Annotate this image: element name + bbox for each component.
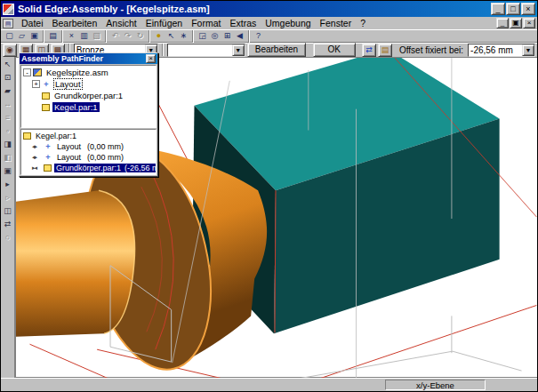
window-title: Solid Edge:Assembly - [Kegelspitze.asm] (18, 4, 490, 14)
part-icon (23, 132, 31, 140)
close-button[interactable]: × (521, 3, 535, 15)
fit-button[interactable]: ⊞ (221, 30, 233, 42)
collapse-icon[interactable]: - (23, 68, 31, 76)
assembly-icon (33, 68, 42, 76)
pathfinder-panel[interactable]: Assembly PathFinder × - Kegelspitze.asm … (19, 52, 158, 177)
align-relation-icon: ◂▸ (32, 143, 44, 150)
check-interference-button[interactable]: ▣ (1, 165, 14, 178)
tree-item-layout[interactable]: + + Layout (32, 78, 156, 90)
pattern-part-button[interactable]: ≡ (1, 112, 14, 124)
menu-bar: ▤ Datei Bearbeiten Ansicht Einfügen Form… (1, 17, 537, 29)
menu-umgebung[interactable]: Umgebung (261, 17, 315, 29)
child-restore-button[interactable]: ▣ (510, 18, 522, 28)
part-icon (44, 164, 52, 172)
tree-item-grundkoerper[interactable]: Grundkörper.par:1 (32, 90, 156, 101)
ok-button[interactable]: OK (313, 43, 356, 57)
zoom-button[interactable]: ◎ (209, 30, 221, 42)
layout-icon: + (42, 80, 51, 89)
help-button[interactable]: ? (253, 30, 264, 42)
menu-extras[interactable]: Extras (225, 17, 261, 29)
layout-icon: + (44, 153, 52, 162)
zoom-area-button[interactable]: ◲ (197, 30, 208, 42)
relations-header[interactable]: Kegel.par:1 (23, 131, 156, 141)
title-bar: Solid Edge:Assembly - [Kegelspitze.asm] … (1, 1, 537, 17)
relations-pane: Kegel.par:1 ◂▸ + Layout (0,00 mm) ◂▸ + L… (20, 129, 157, 175)
edit-button[interactable]: Bearbeiten (247, 43, 306, 57)
print-button[interactable]: ▤ (47, 30, 59, 42)
replace-part-button[interactable]: ◫ (1, 205, 14, 218)
cut-button[interactable]: × (66, 30, 77, 42)
place-part-button[interactable]: ◨ (1, 139, 14, 151)
select-tool-button[interactable]: ↖ (1, 59, 14, 71)
configuration-input (168, 44, 232, 56)
redo-button[interactable]: ↷ (122, 30, 133, 42)
relation-row-layout-2[interactable]: ◂▸ + Layout (0,00 mm) (32, 152, 156, 163)
tree-item-kegel[interactable]: Kegel.par:1 (32, 101, 156, 113)
simplify-button[interactable]: ● (153, 30, 165, 42)
pathfinder-close-button[interactable]: × (146, 54, 156, 63)
rotate-part-button[interactable]: ▹ (1, 192, 14, 204)
relation-value: (0,00 mm) (87, 153, 124, 162)
configuration-select[interactable]: ▼ (167, 44, 245, 57)
new-button[interactable]: ▢ (4, 30, 15, 42)
offset-plane-button[interactable]: ▤ (378, 44, 392, 57)
menu-datei[interactable]: Datei (17, 17, 48, 29)
move-part-button[interactable]: ↔ (1, 99, 14, 111)
point-tool-button[interactable]: ∘ (1, 125, 14, 138)
menu-einfuegen[interactable]: Einfügen (141, 17, 187, 29)
pathfinder-title: Assembly PathFinder (21, 54, 146, 63)
offset-label: Offset fixiert bei: (394, 45, 466, 55)
menu-hilfe[interactable]: ? (356, 17, 370, 29)
pathfinder-titlebar[interactable]: Assembly PathFinder × (20, 53, 157, 64)
layout-icon: + (44, 142, 52, 151)
expand-icon[interactable]: + (32, 80, 40, 88)
area-select-button[interactable]: ⊡ (1, 72, 14, 84)
mate-relation-icon: ▸◂ (32, 164, 44, 172)
sketch-points-button[interactable]: ∗ (178, 30, 189, 42)
offset-dropdown-arrow[interactable]: ▼ (522, 44, 534, 56)
relation-row-grundkoerper[interactable]: ▸◂ Grundkörper.par:1(-26,56 mm) (32, 163, 156, 173)
menu-fenster[interactable]: Fenster (316, 17, 357, 29)
update-links-button[interactable]: ↻ (134, 30, 146, 42)
wireframe-sketch-right (278, 351, 521, 381)
construction-line-bottom-left (30, 344, 115, 381)
move-to-assembly-button[interactable]: ▸ (1, 179, 14, 191)
relation-value: (0,00 mm) (87, 142, 124, 151)
relation-value: (-26,56 mm) (123, 164, 157, 172)
swap-part-button[interactable]: ⇄ (1, 219, 14, 231)
select-button[interactable]: ↖ (165, 30, 177, 42)
pathfinder-tree: - Kegelspitze.asm + + Layout Grundkörper… (20, 65, 157, 128)
reference-circle-button[interactable]: ○ (1, 232, 14, 244)
app-icon[interactable] (3, 4, 14, 15)
paste-button[interactable]: ▧ (91, 30, 102, 42)
child-close-button[interactable]: × (523, 18, 535, 28)
select-part-step-button[interactable]: ◉ (3, 44, 17, 57)
assembly-toolbar: ↖ ⊡ ▰ ↔ ≡ ∘ ◨ ◧ ▣ ▸ ▹ ◫ ⇄ ○ (1, 57, 15, 378)
offset-select[interactable]: ▼ (468, 44, 535, 57)
previous-view-button[interactable]: ◀ (234, 30, 245, 42)
solid-edge-window: Solid Edge:Assembly - [Kegelspitze.asm] … (0, 0, 538, 392)
part-icon (42, 92, 50, 100)
flip-direction-button[interactable]: ⇄ (362, 44, 376, 57)
copy-button[interactable]: ▥ (78, 30, 90, 42)
menu-format[interactable]: Format (187, 17, 225, 29)
minimize-button[interactable]: _ (491, 3, 505, 15)
align-relation-icon: ◂▸ (32, 154, 44, 161)
edit-definition-button[interactable]: ▰ (1, 85, 14, 98)
main-toolbar: ▢ ▱ ▣ ▤ × ▥ ▧ ↶ ↷ ↻ ● ↖ ∗ ◲ ◎ ⊞ ◀ ? (1, 29, 537, 42)
part-icon (42, 104, 50, 111)
child-minimize-button[interactable]: _ (496, 18, 509, 28)
relation-row-layout-1[interactable]: ◂▸ + Layout (0,00 mm) (32, 141, 156, 152)
menu-bearbeiten[interactable]: Bearbeiten (48, 17, 102, 29)
save-button[interactable]: ▣ (28, 30, 40, 42)
tree-item-kegelspitze-asm[interactable]: - Kegelspitze.asm (23, 67, 156, 78)
status-bar: x/y-Ebene (1, 378, 537, 391)
undo-button[interactable]: ↶ (109, 30, 121, 42)
maximize-button[interactable]: □ (506, 3, 520, 15)
menu-ansicht[interactable]: Ansicht (101, 17, 141, 29)
document-icon[interactable]: ▤ (3, 19, 13, 28)
configuration-dropdown-arrow[interactable]: ▼ (232, 44, 245, 56)
cylinder-shaft[interactable] (16, 190, 135, 337)
ground-part-button[interactable]: ◧ (1, 152, 14, 164)
open-button[interactable]: ▱ (16, 30, 28, 42)
